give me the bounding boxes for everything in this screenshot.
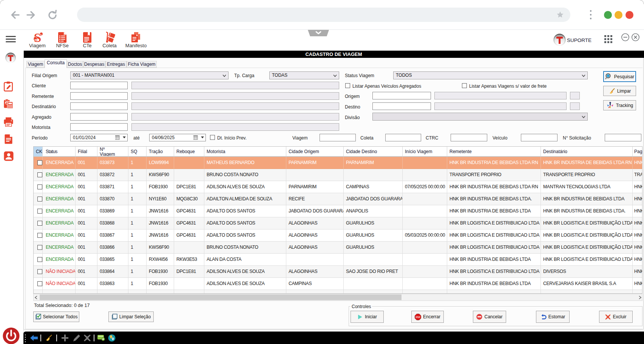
svg-text:STOP: STOP — [415, 316, 420, 318]
